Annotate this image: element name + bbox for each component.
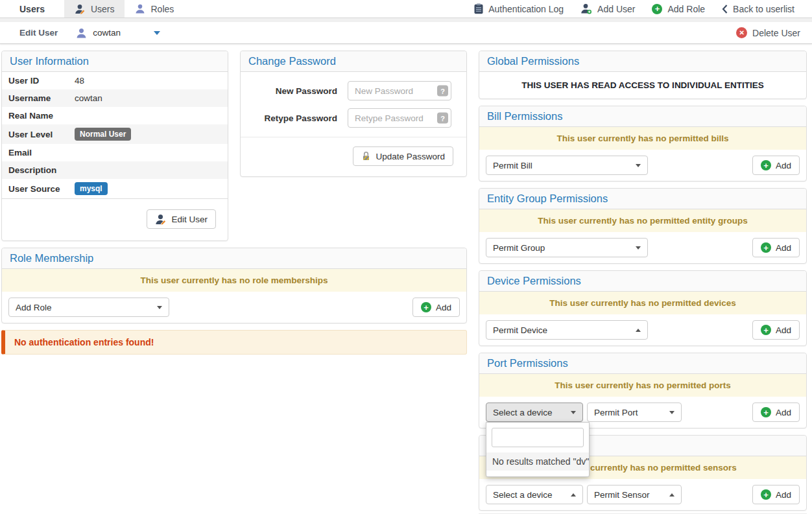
- retype-password-field[interactable]: [348, 108, 451, 128]
- caret-up-icon: [669, 493, 675, 496]
- retype-password-label: Retype Password: [241, 113, 348, 123]
- caret-up-icon: [636, 329, 641, 332]
- caret-down-icon: [636, 246, 641, 250]
- add-device-permission-button[interactable]: + Add: [752, 320, 800, 340]
- panel-title: Device Permissions: [479, 271, 806, 292]
- info-row-real-name: Real Name: [2, 107, 228, 124]
- new-password-row: New Password ?: [241, 81, 453, 100]
- retype-password-row: Retype Password ?: [241, 108, 453, 128]
- select-device-dropdown[interactable]: Select a device: [486, 403, 583, 422]
- add-user-icon: [580, 3, 592, 14]
- new-password-label: New Password: [241, 86, 348, 96]
- add-role-select[interactable]: Add Role: [8, 298, 169, 317]
- caret-up-icon: [571, 493, 576, 496]
- password-help-icon: ?: [437, 86, 448, 97]
- plus-circle-icon: +: [761, 160, 771, 170]
- caret-down-icon: [636, 164, 641, 167]
- password-help-icon: ?: [437, 113, 448, 124]
- plus-circle-icon: +: [421, 302, 431, 312]
- panel-title: Global Permissions: [479, 51, 806, 72]
- panel-title: Port Permissions: [479, 353, 806, 374]
- empty-roles-message: This user currently has no role membersh…: [2, 269, 466, 292]
- section-title: Users: [0, 0, 64, 18]
- panel-title: Bill Permissions: [479, 106, 806, 127]
- permit-sensor-select[interactable]: Permit Sensor: [587, 485, 682, 504]
- delete-user-button[interactable]: ✕ Delete User: [736, 27, 800, 38]
- edit-user-label: Edit User: [171, 215, 208, 224]
- caret-down-icon: [669, 411, 675, 414]
- chevron-down-icon: [154, 31, 160, 35]
- add-role-button[interactable]: + Add: [412, 298, 460, 317]
- change-password-panel: Change Password New Password ? Retype Pa…: [240, 51, 467, 177]
- new-password-field[interactable]: [348, 81, 451, 100]
- panel-title: Entity Group Permissions: [479, 189, 806, 209]
- no-results-message: No results matched "dv": [486, 452, 589, 471]
- chevron-left-icon: [722, 5, 728, 14]
- empty-bills-message: This user currently has no permitted bil…: [479, 127, 806, 150]
- add-group-permission-button[interactable]: + Add: [752, 238, 800, 257]
- top-navbar: Users Users Roles: [0, 0, 812, 18]
- port-permissions-panel: Port Permissions This user currently has…: [479, 353, 807, 428]
- log-clipboard-icon: [474, 3, 483, 14]
- add-user-link[interactable]: Add User: [572, 0, 643, 18]
- empty-ports-message: This user currently has no permitted por…: [479, 374, 806, 397]
- tab-roles-label: Roles: [150, 4, 174, 14]
- global-permissions-message: THIS USER HAS READ ACCESS TO INDIVIDUAL …: [479, 72, 806, 99]
- permit-bill-select[interactable]: Permit Bill: [486, 156, 648, 175]
- x-circle-icon: ✕: [736, 27, 747, 38]
- select-device-dropdown[interactable]: Select a device: [486, 485, 583, 504]
- add-role-label: Add Role: [667, 4, 705, 14]
- navbar-actions: Authentication Log Add User + Add Role: [466, 0, 812, 18]
- empty-devices-message: This user currently has no permitted dev…: [479, 292, 806, 314]
- user-information-panel: User Information User ID 48 Username cow…: [1, 51, 228, 241]
- add-role-link[interactable]: + Add Role: [643, 0, 713, 18]
- user-info-table: User ID 48 Username cowtan Real Name Use…: [2, 72, 228, 198]
- role-membership-panel: Role Membership This user currently has …: [1, 248, 467, 323]
- user-edit-icon: [75, 4, 86, 14]
- permit-device-select[interactable]: Permit Device: [486, 320, 648, 340]
- panel-title: User Information: [2, 51, 228, 72]
- user-select-dropdown[interactable]: cowtan: [76, 28, 160, 38]
- back-to-userlist-link[interactable]: Back to userlist: [713, 0, 803, 18]
- update-password-label: Update Password: [376, 152, 445, 161]
- edit-user-button[interactable]: Edit User: [147, 209, 216, 229]
- edit-user-toolbar: Edit User cowtan ✕ Delete User: [0, 22, 812, 44]
- user-source-badge: mysql: [75, 182, 108, 195]
- tab-users[interactable]: Users: [64, 0, 125, 18]
- page-title: Edit User: [19, 28, 58, 38]
- authentication-log-link[interactable]: Authentication Log: [466, 0, 572, 18]
- add-bill-permission-button[interactable]: + Add: [752, 156, 800, 175]
- device-search-popup: No results matched "dv": [486, 422, 590, 477]
- plus-circle-icon: +: [761, 242, 771, 253]
- lock-icon: [361, 151, 371, 161]
- no-auth-entries-alert: No authentication entries found!: [1, 330, 467, 355]
- back-to-userlist-label: Back to userlist: [733, 4, 794, 14]
- permit-group-select[interactable]: Permit Group: [486, 238, 648, 257]
- user-info-footer: Edit User: [2, 198, 228, 240]
- update-password-button[interactable]: Update Password: [353, 146, 453, 166]
- plus-circle-icon: +: [761, 407, 771, 417]
- delete-user-label: Delete User: [752, 28, 800, 38]
- global-permissions-panel: Global Permissions THIS USER HAS READ AC…: [479, 51, 807, 99]
- person-icon: [76, 28, 87, 38]
- entity-group-permissions-panel: Entity Group Permissions This user curre…: [479, 188, 807, 264]
- info-row-user-source: User Source mysql: [2, 179, 228, 198]
- add-port-permission-button[interactable]: + Add: [752, 403, 800, 422]
- plus-circle-icon: +: [652, 4, 662, 14]
- permit-port-select[interactable]: Permit Port: [587, 403, 682, 422]
- info-row-description: Description: [2, 161, 228, 179]
- add-user-label: Add User: [597, 4, 635, 14]
- add-sensor-permission-button[interactable]: + Add: [752, 485, 800, 504]
- person-icon: [135, 4, 145, 14]
- panel-title: Role Membership: [2, 248, 466, 269]
- tab-roles[interactable]: Roles: [125, 0, 184, 18]
- caret-down-icon: [571, 411, 576, 414]
- main-content: User Information User ID 48 Username cow…: [0, 44, 812, 514]
- selected-username: cowtan: [93, 28, 121, 38]
- tab-users-label: Users: [91, 4, 115, 14]
- info-row-user-id: User ID 48: [2, 72, 228, 89]
- device-search-input[interactable]: [492, 428, 584, 447]
- info-row-user-level: User Level Normal User: [2, 124, 228, 144]
- bill-permissions-panel: Bill Permissions This user currently has…: [479, 106, 807, 181]
- info-row-email: Email: [2, 144, 228, 161]
